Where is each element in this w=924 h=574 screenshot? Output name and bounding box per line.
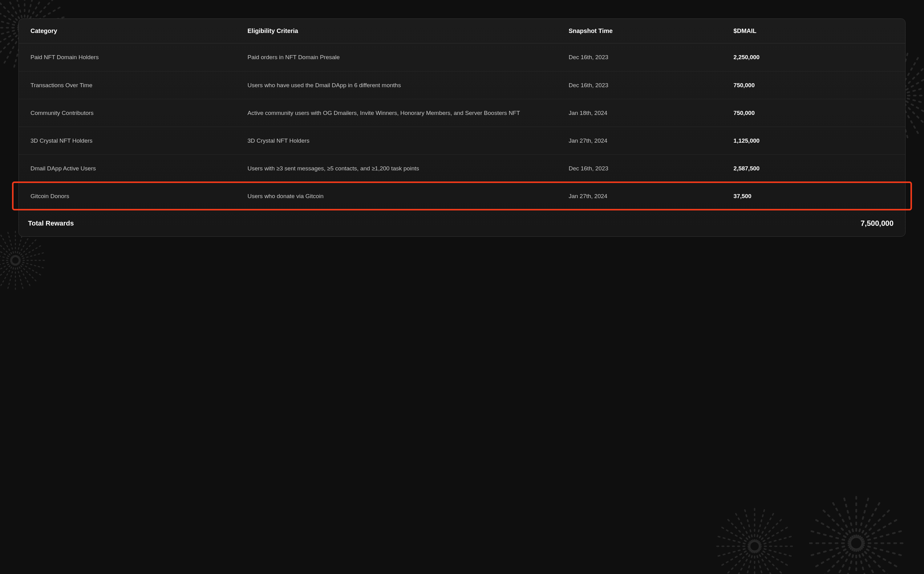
cell-category: Dmail DApp Active Users: [28, 159, 245, 178]
svg-line-15: [0, 0, 21, 24]
svg-line-47: [862, 531, 902, 542]
cell-criteria: Users who donate via Gitcoin: [245, 187, 567, 206]
svg-line-45: [861, 510, 889, 539]
cell-dmail: 2,250,000: [731, 48, 896, 67]
cell-criteria: Users who have used the Dmail DApp in 6 …: [245, 76, 567, 95]
svg-line-69: [758, 519, 781, 543]
cell-category: Gitcoin Donors: [28, 187, 245, 206]
table-header-row: Category Eligibility Criteria Snapshot T…: [19, 19, 905, 43]
cell-snapshot: Dec 16th, 2023: [566, 159, 731, 178]
svg-line-49: [759, 547, 791, 556]
footer-label: Total Rewards: [28, 219, 74, 227]
svg-line-52: [757, 550, 774, 574]
table-footer-row: Total Rewards 7,500,000: [19, 210, 905, 236]
cell-criteria: Users with ≥3 sent messages, ≥5 contacts…: [245, 159, 567, 178]
decor-firework: [807, 494, 905, 574]
cell-snapshot: Jan 18th, 2024: [566, 104, 731, 123]
svg-line-50: [759, 549, 787, 565]
svg-line-97: [19, 261, 44, 268]
svg-line-67: [756, 509, 765, 542]
svg-line-99: [18, 263, 36, 281]
svg-line-31: [844, 549, 855, 574]
svg-line-41: [844, 498, 855, 537]
svg-line-10: [0, 30, 20, 48]
table-row: 3D Crystal NFT Holders3D Crystal NFT Hol…: [19, 127, 905, 155]
table-row: Transactions Over TimeUsers who have use…: [19, 71, 905, 99]
svg-line-58: [722, 549, 750, 565]
cell-category: Paid NFT Domain Holders: [28, 48, 245, 67]
cell-dmail: 750,000: [731, 104, 896, 123]
table-row: Dmail DApp Active UsersUsers with ≥3 sen…: [19, 155, 905, 182]
svg-line-34: [815, 546, 851, 567]
svg-line-13: [0, 17, 20, 27]
cell-category: Transactions Over Time: [28, 76, 245, 95]
svg-line-65: [745, 509, 753, 542]
decor-firework: [715, 506, 795, 574]
cell-snapshot: Jan 27th, 2024: [566, 187, 731, 206]
svg-line-39: [823, 510, 852, 539]
svg-line-106: [0, 262, 12, 275]
svg-line-35: [811, 545, 850, 555]
svg-line-37: [811, 531, 850, 542]
header-dmail: $DMAIL: [731, 21, 896, 41]
svg-line-27: [861, 547, 889, 574]
svg-line-71: [759, 536, 791, 545]
svg-line-11: [0, 29, 20, 38]
svg-line-116: [17, 235, 30, 257]
svg-line-107: [0, 261, 12, 268]
rewards-table-card: Category Eligibility Criteria Snapshot T…: [19, 19, 905, 237]
cell-dmail: 37,500: [731, 187, 896, 206]
svg-line-29: [858, 549, 868, 574]
header-criteria: Eligibility Criteria: [245, 21, 567, 41]
cell-snapshot: Jan 27th, 2024: [566, 131, 731, 150]
svg-line-105: [0, 263, 13, 281]
cell-criteria: Active community users with OG Dmailers,…: [245, 104, 567, 123]
cell-dmail: 1,125,000: [731, 131, 896, 150]
svg-line-44: [859, 503, 880, 538]
svg-line-61: [718, 536, 750, 545]
svg-line-62: [722, 527, 750, 544]
decor-firework: [0, 230, 46, 291]
svg-line-119: [19, 253, 44, 259]
cell-category: 3D Crystal NFT Holders: [28, 131, 245, 150]
svg-line-55: [745, 551, 753, 574]
cell-dmail: 750,000: [731, 76, 896, 95]
svg-line-68: [757, 513, 774, 542]
svg-line-70: [759, 527, 787, 544]
cell-snapshot: Dec 16th, 2023: [566, 76, 731, 95]
svg-line-110: [0, 246, 12, 259]
svg-line-51: [758, 550, 781, 573]
svg-line-100: [17, 264, 30, 286]
table-row: Gitcoin DonorsUsers who donate via Gitco…: [19, 182, 905, 210]
svg-line-38: [815, 520, 851, 540]
cell-dmail: 2,587,500: [731, 159, 896, 178]
svg-line-33: [823, 547, 852, 574]
svg-line-9: [0, 32, 21, 57]
header-category: Category: [28, 21, 245, 41]
svg-line-118: [19, 246, 41, 259]
svg-line-98: [19, 262, 41, 275]
svg-line-25: [862, 545, 902, 555]
cell-criteria: Paid orders in NFT Domain Presale: [245, 48, 567, 67]
footer-value: 7,500,000: [861, 219, 896, 228]
svg-line-46: [861, 520, 897, 540]
cell-snapshot: Dec 16th, 2023: [566, 48, 731, 67]
svg-line-40: [833, 503, 853, 538]
svg-line-104: [1, 264, 14, 286]
cell-category: Community Contributors: [28, 104, 245, 123]
svg-line-64: [735, 513, 752, 542]
svg-line-57: [728, 550, 751, 573]
svg-line-14: [0, 7, 20, 25]
table-row: Paid NFT Domain HoldersPaid orders in NF…: [19, 43, 905, 71]
svg-line-112: [1, 235, 14, 257]
svg-line-53: [756, 551, 765, 574]
svg-line-109: [0, 253, 12, 259]
table-body: Paid NFT Domain HoldersPaid orders in NF…: [19, 43, 905, 210]
svg-line-43: [858, 498, 868, 537]
svg-line-63: [728, 519, 751, 543]
svg-line-117: [18, 240, 36, 258]
svg-line-111: [0, 240, 13, 258]
svg-line-32: [833, 549, 853, 574]
svg-line-59: [718, 547, 750, 556]
svg-line-28: [859, 549, 880, 574]
